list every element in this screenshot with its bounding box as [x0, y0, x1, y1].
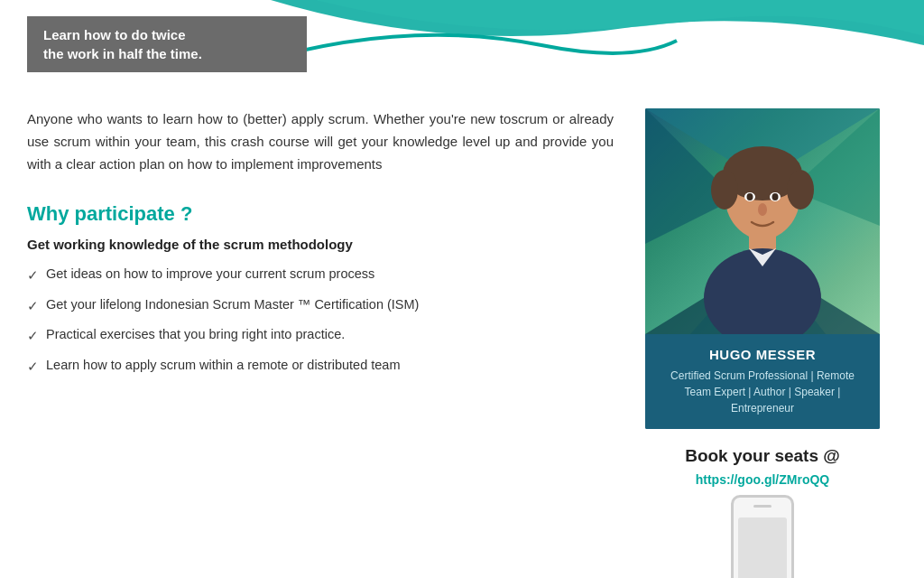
- svg-point-12: [747, 193, 753, 200]
- phone-icon: [731, 495, 794, 578]
- checklist-text: Learn how to apply scrum within a remote…: [46, 356, 401, 376]
- why-participate-heading: Why participate ?: [27, 202, 614, 226]
- profile-image-svg: [645, 108, 880, 334]
- main-content: Anyone who wants to learn how to (better…: [0, 90, 924, 578]
- svg-point-15: [758, 203, 767, 216]
- book-seats-title: Book your seats @: [685, 445, 840, 468]
- list-item: ✓ Learn how to apply scrum within a remo…: [27, 356, 614, 378]
- svg-point-9: [711, 170, 738, 210]
- banner-line2: the work in half the time.: [43, 46, 202, 61]
- list-item: ✓ Get your lifelong Indonesian Scrum Mas…: [27, 295, 614, 317]
- profile-name: HUGO MESSER: [656, 347, 869, 362]
- intro-paragraph: Anyone who wants to learn how to (better…: [27, 108, 614, 175]
- profile-info: HUGO MESSER Certified Scrum Professional…: [645, 334, 880, 429]
- check-icon: ✓: [27, 266, 39, 286]
- checklist-text: Get your lifelong Indonesian Scrum Maste…: [46, 295, 419, 315]
- why-participate-subtitle: Get working knowledge of the scrum metho…: [27, 237, 614, 252]
- svg-point-14: [772, 193, 779, 200]
- check-icon: ✓: [27, 326, 39, 347]
- profile-description: Certified Scrum Professional | Remote Te…: [656, 368, 869, 416]
- check-icon: ✓: [27, 357, 39, 378]
- book-section: Book your seats @ https://goo.gl/ZMroQQ: [685, 445, 840, 578]
- list-item: ✓ Get ideas on how to improve your curre…: [27, 265, 614, 286]
- checklist-text: Practical exercises that you bring right…: [46, 325, 345, 345]
- profile-card: HUGO MESSER Certified Scrum Professional…: [645, 108, 880, 429]
- booking-link[interactable]: https://goo.gl/ZMroQQ: [696, 472, 830, 487]
- check-icon: ✓: [27, 296, 39, 317]
- left-column: Anyone who wants to learn how to (better…: [27, 108, 614, 578]
- phone-screen: [738, 517, 787, 578]
- banner-line1: Learn how to do twice: [43, 27, 186, 42]
- list-item: ✓ Practical exercises that you bring rig…: [27, 325, 614, 347]
- profile-photo: [645, 108, 880, 334]
- checklist: ✓ Get ideas on how to improve your curre…: [27, 265, 614, 377]
- svg-point-10: [787, 170, 814, 210]
- top-section: Learn how to do twice the work in half t…: [0, 0, 924, 90]
- right-column: HUGO MESSER Certified Scrum Professional…: [641, 108, 884, 578]
- checklist-text: Get ideas on how to improve your current…: [46, 265, 374, 284]
- header-banner: Learn how to do twice the work in half t…: [27, 16, 307, 72]
